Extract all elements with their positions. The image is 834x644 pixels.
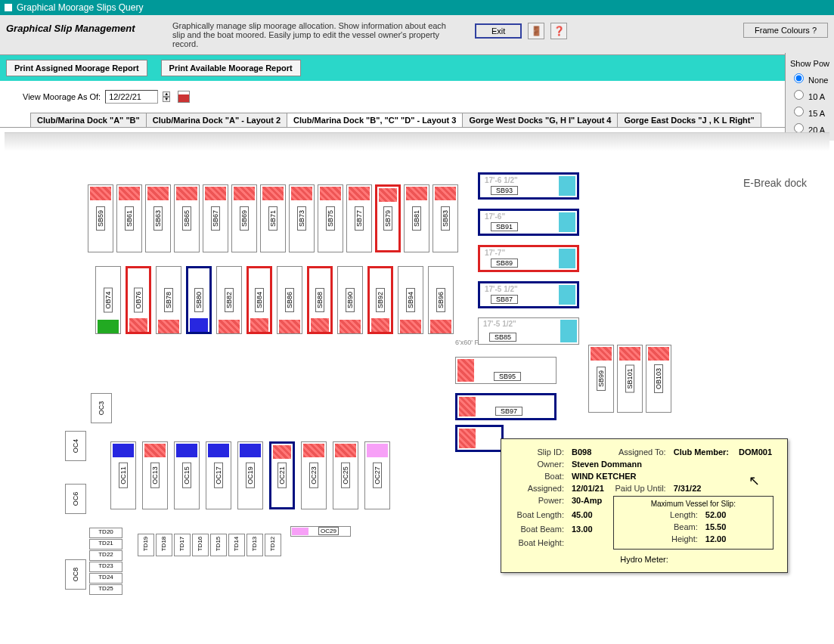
slip-sb71[interactable]: SB71 xyxy=(260,184,286,252)
toolbar-heading: Graphical Slip Management xyxy=(6,18,157,39)
slip-oc15[interactable]: OC15 xyxy=(174,441,200,509)
app-icon xyxy=(5,4,12,11)
slip-oc25[interactable]: OC25 xyxy=(333,441,358,509)
slip-sb95[interactable]: SB95 xyxy=(455,357,557,384)
slip-td25[interactable]: TD25 xyxy=(89,584,122,595)
slip-sb77[interactable]: SB77 xyxy=(346,184,372,252)
frame-colours-button[interactable]: Frame Colours ? xyxy=(743,23,828,38)
slip-td23[interactable]: TD23 xyxy=(89,562,122,572)
slip-sb79[interactable]: SB79 xyxy=(375,184,401,252)
slip-td21[interactable]: TD21 xyxy=(89,539,122,550)
print-available-button[interactable]: Print Available Moorage Report xyxy=(161,60,301,76)
slip-td19[interactable]: TD19 xyxy=(138,534,154,556)
slip-oc21[interactable]: OC21 xyxy=(269,441,295,509)
slip-tooltip: Slip ID:B098 Assigned To:Club Member: DO… xyxy=(501,438,788,573)
date-input[interactable] xyxy=(105,90,158,104)
slip-sb90[interactable]: SB90 xyxy=(337,266,363,334)
report-bar: Print Assigned Moorage Report Print Avai… xyxy=(0,55,834,81)
slip-sb86[interactable]: SB86 xyxy=(277,266,302,334)
tab-dock-a-layout2[interactable]: Club/Marina Dock "A" - Layout 2 xyxy=(146,113,287,127)
slip-sb97[interactable]: SB97 xyxy=(455,393,557,420)
tab-dock-bcd-layout3[interactable]: Club/Marina Dock "B", "C" "D" - Layout 3 xyxy=(287,113,463,127)
slip-td15[interactable]: TD15 xyxy=(210,534,227,556)
toolbar-description: Graphically manage slip moorage allocati… xyxy=(172,18,460,51)
slip-oc6[interactable]: OC6 xyxy=(65,484,86,514)
slip-td13[interactable]: TD13 xyxy=(246,534,263,556)
slip-sb88[interactable]: SB88 xyxy=(307,266,333,334)
slip-sb85[interactable]: 17'-5 1/2"SB85 xyxy=(478,317,579,345)
slip-oc4[interactable]: OC4 xyxy=(65,431,86,461)
slip-sb65[interactable]: SB65 xyxy=(174,184,200,252)
slip-sb69[interactable]: SB69 xyxy=(231,184,257,252)
slip-td16[interactable]: TD16 xyxy=(192,534,209,556)
power-title: Show Pow xyxy=(790,57,829,70)
tab-gorge-east[interactable]: Gorge East Docks "J , K L Right" xyxy=(617,113,761,127)
slip-td12[interactable]: TD12 xyxy=(265,534,281,556)
slip-sb80[interactable]: SB80 xyxy=(186,266,212,334)
slip-ob103[interactable]: OB103 xyxy=(646,345,671,413)
slip-partial[interactable] xyxy=(455,425,504,452)
slip-td22[interactable]: TD22 xyxy=(89,550,122,561)
tab-dock-ab[interactable]: Club/Marina Dock "A" "B" xyxy=(30,113,147,127)
print-assigned-button[interactable]: Print Assigned Moorage Report xyxy=(6,60,147,76)
slip-sb96[interactable]: SB96 xyxy=(428,266,454,334)
dock-tabs: Club/Marina Dock "A" "B" Club/Marina Doc… xyxy=(0,113,834,128)
slip-sb73[interactable]: SB73 xyxy=(289,184,315,252)
slip-ob76[interactable]: OB76 xyxy=(126,266,151,334)
power-10a[interactable]: 10 A xyxy=(790,92,825,101)
toolbar: Graphical Slip Management Graphically ma… xyxy=(0,15,834,55)
slip-sb78[interactable]: SB78 xyxy=(156,266,181,334)
slip-sb59[interactable]: SB59 xyxy=(88,184,113,252)
cursor-icon: ↖ xyxy=(749,472,760,489)
slip-oc13[interactable]: OC13 xyxy=(142,441,168,509)
power-15a[interactable]: 15 A xyxy=(790,109,825,118)
slip-sb82[interactable]: SB82 xyxy=(216,266,242,334)
slip-sb94[interactable]: SB94 xyxy=(398,266,423,334)
slip-sb84[interactable]: SB84 xyxy=(246,266,272,334)
ebreak-dock-label: E-Break dock xyxy=(743,177,807,189)
slip-sb75[interactable]: SB75 xyxy=(318,184,343,252)
slip-oc11[interactable]: OC11 xyxy=(110,441,136,509)
slip-oc27[interactable]: OC27 xyxy=(364,441,390,509)
title-bar: Graphical Moorage Slips Query xyxy=(0,0,834,15)
slip-sb93[interactable]: 17'-6 1/2"SB93 xyxy=(478,172,579,200)
door-icon[interactable]: 🚪 xyxy=(528,23,544,39)
slip-sb99[interactable]: SB99 xyxy=(588,345,614,413)
slip-sb87[interactable]: 17'-5 1/2"SB87 xyxy=(478,281,579,308)
help-icon[interactable]: ❓ xyxy=(550,23,567,39)
calendar-icon[interactable] xyxy=(178,91,190,103)
slip-oc17[interactable]: OC17 xyxy=(206,441,231,509)
slip-sb89[interactable]: 17'-7"SB89 xyxy=(478,245,579,272)
slip-oc23[interactable]: OC23 xyxy=(301,441,327,509)
slip-sb91[interactable]: 17'-6"SB91 xyxy=(478,209,579,236)
slip-sb67[interactable]: SB67 xyxy=(203,184,228,252)
slip-sb63[interactable]: SB63 xyxy=(145,184,171,252)
slip-td18[interactable]: TD18 xyxy=(156,534,172,556)
slip-sb83[interactable]: SB83 xyxy=(433,184,458,252)
exit-button[interactable]: Exit xyxy=(475,23,522,39)
slip-sb61[interactable]: SB61 xyxy=(116,184,142,252)
dock-canvas[interactable]: E-Break dock 6'x60' FLOAT SB59SB61SB63SB… xyxy=(5,132,829,601)
window-title: Graphical Moorage Slips Query xyxy=(17,2,143,13)
slip-oc8[interactable]: OC8 xyxy=(65,559,86,590)
slip-td17[interactable]: TD17 xyxy=(174,534,191,556)
slip-td20[interactable]: TD20 xyxy=(89,528,122,538)
power-none[interactable]: None xyxy=(790,76,828,85)
date-row: View Moorage As Of: ▲ ▼ xyxy=(0,81,834,113)
slip-oc3[interactable]: OC3 xyxy=(91,393,112,423)
slip-td24[interactable]: TD24 xyxy=(89,573,122,584)
slip-sb92[interactable]: SB92 xyxy=(367,266,393,334)
date-spin-down[interactable]: ▼ xyxy=(163,97,170,102)
slip-oc29[interactable]: OC29 xyxy=(318,527,339,535)
slip-sb101[interactable]: SB101 xyxy=(617,345,643,413)
slip-oc19[interactable]: OC19 xyxy=(237,441,263,509)
power-filter-panel: Show Pow None 10 A 15 A 20 A xyxy=(785,53,834,141)
date-label: View Moorage As Of: xyxy=(23,92,101,101)
tab-gorge-west[interactable]: Gorge West Docks "G, H I" Layout 4 xyxy=(462,113,618,127)
slip-sb81[interactable]: SB81 xyxy=(404,184,429,252)
date-spin-up[interactable]: ▲ xyxy=(163,91,170,97)
slip-td14[interactable]: TD14 xyxy=(228,534,245,556)
slip-ob74[interactable]: OB74 xyxy=(95,266,121,334)
